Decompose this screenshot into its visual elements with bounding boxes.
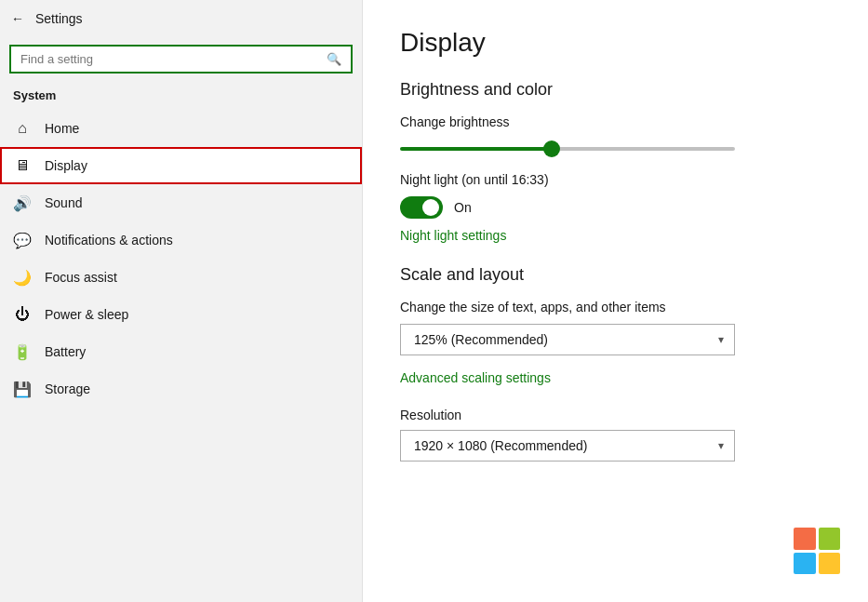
toggle-row: On: [400, 196, 831, 219]
sidebar-item-focus[interactable]: 🌙 Focus assist: [0, 259, 362, 296]
brightness-section-title: Brightness and color: [400, 80, 831, 100]
advanced-scaling-link[interactable]: Advanced scaling settings: [400, 370, 831, 385]
sidebar-item-sound[interactable]: 🔊 Sound: [0, 184, 362, 221]
display-icon: 🖥: [13, 156, 32, 175]
titlebar: ← Settings: [0, 0, 362, 37]
sidebar-item-display[interactable]: 🖥 Display: [0, 147, 362, 184]
resolution-dropdown[interactable]: 1920 × 1080 (Recommended) 1280 × 720: [400, 430, 735, 462]
brightness-slider[interactable]: [400, 147, 735, 151]
sidebar-item-display-label: Display: [45, 158, 87, 173]
scale-dropdown-container: 100% 125% (Recommended) 150% 175% ▾: [400, 324, 735, 355]
sidebar-item-notifications-label: Notifications & actions: [45, 233, 173, 247]
toggle-on-label: On: [454, 200, 472, 215]
night-light-toggle[interactable]: [400, 196, 443, 219]
sidebar-item-home[interactable]: ⌂ Home: [0, 110, 362, 147]
sidebar-item-focus-label: Focus assist: [45, 270, 117, 285]
back-button[interactable]: ←: [11, 11, 24, 26]
notifications-icon: 💬: [13, 231, 32, 249]
focus-icon: 🌙: [13, 268, 32, 287]
scale-dropdown[interactable]: 100% 125% (Recommended) 150% 175%: [400, 324, 735, 355]
brightness-slider-container: [400, 139, 831, 154]
sidebar-item-storage[interactable]: 💾 Storage: [0, 370, 362, 408]
page-title: Display: [400, 28, 831, 58]
battery-icon: 🔋: [13, 342, 32, 361]
resolution-label: Resolution: [400, 408, 831, 422]
home-icon: ⌂: [13, 119, 32, 138]
night-light-settings-link[interactable]: Night light settings: [400, 228, 831, 243]
main-content: Display Brightness and color Change brig…: [363, 0, 868, 602]
sidebar-item-home-label: Home: [45, 121, 79, 136]
scale-section-title: Scale and layout: [400, 265, 831, 285]
sound-icon: 🔊: [13, 194, 32, 212]
scale-description: Change the size of text, apps, and other…: [400, 300, 831, 314]
sidebar-item-storage-label: Storage: [45, 381, 90, 396]
sidebar: ← Settings 🔍 System ⌂ Home 🖥 Display 🔊 S…: [0, 0, 363, 602]
sidebar-item-power[interactable]: ⏻ Power & sleep: [0, 296, 362, 333]
settings-title: Settings: [35, 11, 83, 26]
power-icon: ⏻: [13, 305, 32, 324]
sidebar-item-battery[interactable]: 🔋 Battery: [0, 333, 362, 370]
search-box[interactable]: 🔍: [9, 45, 353, 74]
search-icon: 🔍: [327, 52, 341, 66]
night-light-row: Night light (on until 16:33) On: [400, 172, 831, 219]
storage-icon: 💾: [13, 380, 32, 398]
resolution-dropdown-container: 1920 × 1080 (Recommended) 1280 × 720 ▾: [400, 430, 735, 462]
sidebar-item-sound-label: Sound: [45, 195, 82, 210]
system-section-label: System: [0, 85, 362, 110]
sidebar-item-notifications[interactable]: 💬 Notifications & actions: [0, 221, 362, 259]
brightness-label: Change brightness: [400, 114, 831, 129]
sidebar-item-power-label: Power & sleep: [45, 307, 128, 322]
sidebar-item-battery-label: Battery: [45, 344, 86, 359]
windows-watermark: [794, 528, 849, 583]
search-input[interactable]: [20, 52, 319, 66]
night-light-label: Night light (on until 16:33): [400, 172, 831, 187]
